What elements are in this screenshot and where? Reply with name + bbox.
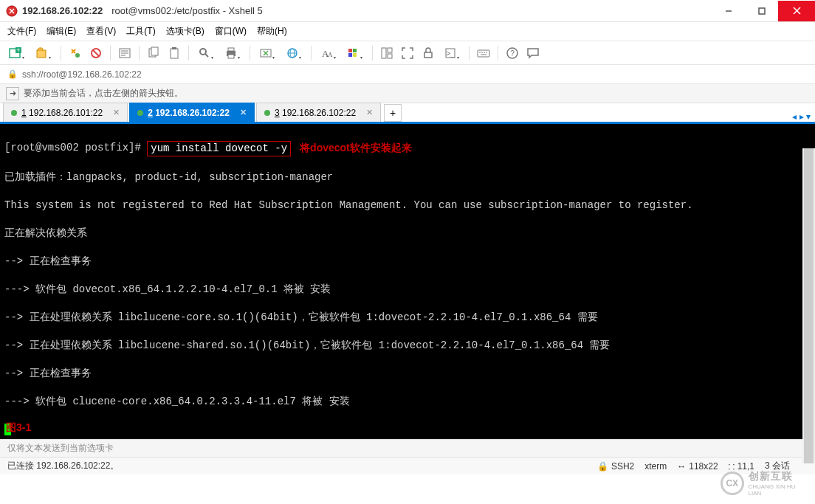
status-dot-icon <box>137 110 143 116</box>
terminal-line: --> 正在检查事务 <box>4 367 811 381</box>
lock-icon: 🔒 <box>7 69 18 79</box>
svg-rect-32 <box>348 53 352 57</box>
close-tab-icon[interactable]: ✕ <box>366 108 373 117</box>
new-session-button[interactable]: + <box>4 44 30 63</box>
svg-rect-18 <box>172 47 176 49</box>
terminal-scrollbar[interactable] <box>802 148 815 463</box>
color-button[interactable] <box>343 44 368 63</box>
status-dot-icon <box>264 110 270 116</box>
menu-view[interactable]: 查看(V) <box>86 25 116 38</box>
menu-edit[interactable]: 编辑(E) <box>47 25 76 38</box>
close-button[interactable] <box>778 1 815 21</box>
svg-rect-22 <box>228 48 234 51</box>
menu-bar: 文件(F) 编辑(E) 查看(V) 工具(T) 选项卡(B) 窗口(W) 帮助(… <box>0 22 815 41</box>
title-host: 192.168.26.102:22 <box>22 5 103 16</box>
svg-rect-35 <box>388 48 392 52</box>
copy-button[interactable] <box>144 44 163 63</box>
watermark-subtext: CHUANG XIN HU LIAN <box>749 483 809 497</box>
status-size: ↔ 118x22 <box>677 461 718 472</box>
disconnect-button[interactable] <box>86 44 106 63</box>
web-button[interactable] <box>281 44 306 63</box>
watermark-text: 创新互联 <box>749 470 793 482</box>
menu-window[interactable]: 窗口(W) <box>215 25 247 38</box>
status-term: xterm <box>644 461 667 472</box>
command-annotation: 将dovecot软件安装起来 <box>300 141 412 156</box>
font-button[interactable]: AA <box>316 44 341 63</box>
close-tab-icon[interactable]: ✕ <box>240 108 247 117</box>
svg-rect-16 <box>151 47 158 55</box>
address-bar: 🔒 ssh://root@192.168.26.102:22 <box>0 65 815 84</box>
watermark-logo-icon: CX <box>721 472 744 495</box>
help-button[interactable]: ? <box>503 44 522 63</box>
input-placeholder: 仅将文本发送到当前选项卡 <box>7 442 114 455</box>
svg-text:A: A <box>328 51 333 58</box>
tab-nav-arrows[interactable]: ◂ ▸ ▾ <box>792 111 815 122</box>
hint-text: 要添加当前会话，点击左侧的箭头按钮。 <box>24 87 183 100</box>
shell-prompt: [root@vms002 postfix]# <box>4 141 147 156</box>
terminal-line: ---> 软件包 dovecot.x86_64.1.2.2.10-4.el7_0… <box>4 283 811 297</box>
lock-button[interactable] <box>419 44 438 63</box>
print-button[interactable] <box>220 44 245 63</box>
layout-button[interactable] <box>377 44 396 63</box>
reconnect-button[interactable] <box>66 44 85 63</box>
tab-strip: 1 192.168.26.101:22 ✕ 2 192.168.26.102:2… <box>0 103 815 124</box>
multi-input-bar[interactable]: 仅将文本发送到当前选项卡 <box>0 439 815 457</box>
svg-rect-37 <box>424 52 432 58</box>
window-controls <box>712 1 815 21</box>
keyboard-button[interactable] <box>474 44 493 63</box>
title-bar: 192.168.26.102:22 root@vms002:/etc/postf… <box>0 0 815 22</box>
watermark: CX 创新互联 CHUANG XIN HU LIAN <box>721 469 809 498</box>
find-button[interactable] <box>193 44 219 63</box>
add-tab-button[interactable]: + <box>384 104 402 122</box>
address-url[interactable]: ssh://root@192.168.26.102:22 <box>22 69 142 80</box>
maximize-button[interactable] <box>745 1 778 21</box>
session-tab-2[interactable]: 2 192.168.26.102:22 ✕ <box>129 103 255 122</box>
title-path: root@vms002:/etc/postfix - Xshell 5 <box>111 5 263 16</box>
svg-rect-34 <box>382 48 386 58</box>
hint-bar: ➜ 要添加当前会话，点击左侧的箭头按钮。 <box>0 84 815 103</box>
terminal-line: 正在解决依赖关系 <box>4 227 811 241</box>
status-bar: 已连接 192.168.26.102:22。 🔒 SSH2 xterm ↔ 11… <box>0 457 815 474</box>
script-button[interactable]: >_ <box>439 44 464 63</box>
menu-tools[interactable]: 工具(T) <box>126 25 155 38</box>
terminal-line: ---> 软件包 clucene-core.x86_64.0.2.3.3.4-1… <box>4 395 811 409</box>
close-tab-icon[interactable]: ✕ <box>113 108 120 117</box>
terminal-line: --> 正在处理依赖关系 libclucene-core.so.1()(64bi… <box>4 311 811 325</box>
svg-rect-36 <box>388 54 392 58</box>
svg-rect-31 <box>353 49 357 52</box>
fullscreen-button[interactable] <box>398 44 417 63</box>
highlighted-command: yum install dovecot -y <box>147 141 291 156</box>
terminal-line: This system is not registered to Red Hat… <box>4 199 811 213</box>
status-dot-icon <box>11 110 17 116</box>
session-tab-1[interactable]: 1 192.168.26.101:22 ✕ <box>3 103 128 122</box>
session-tab-3[interactable]: 3 192.168.26.102:22 ✕ <box>256 103 381 122</box>
paste-button[interactable] <box>165 44 184 63</box>
svg-rect-33 <box>353 53 357 57</box>
properties-button[interactable] <box>115 44 134 63</box>
minimize-button[interactable] <box>712 1 745 21</box>
open-button[interactable] <box>31 44 56 63</box>
svg-rect-40 <box>478 50 489 57</box>
svg-rect-17 <box>171 49 178 58</box>
svg-rect-2 <box>759 8 765 14</box>
svg-line-10 <box>93 50 99 56</box>
transfer-button[interactable] <box>255 44 280 63</box>
svg-text:+: + <box>16 46 20 54</box>
app-icon <box>6 5 18 17</box>
add-session-arrow-button[interactable]: ➜ <box>6 87 19 100</box>
svg-rect-23 <box>228 55 234 58</box>
svg-text:?: ? <box>510 49 515 58</box>
svg-line-20 <box>205 54 208 57</box>
terminal-line: 已加载插件：langpacks, product-id, subscriptio… <box>4 170 811 184</box>
terminal-line: --> 正在检查事务 <box>4 255 811 269</box>
menu-help[interactable]: 帮助(H) <box>257 25 287 38</box>
menu-file[interactable]: 文件(F) <box>7 25 36 38</box>
chat-button[interactable] <box>523 44 543 63</box>
figure-label: 图3-1 <box>6 421 31 435</box>
status-protocol: 🔒 SSH2 <box>597 461 634 472</box>
svg-point-19 <box>200 49 206 55</box>
menu-tabs[interactable]: 选项卡(B) <box>166 25 204 38</box>
terminal-output[interactable]: [root@vms002 postfix]# yum install dovec… <box>0 124 815 439</box>
svg-point-8 <box>75 53 80 58</box>
svg-text:>_: >_ <box>446 49 455 58</box>
